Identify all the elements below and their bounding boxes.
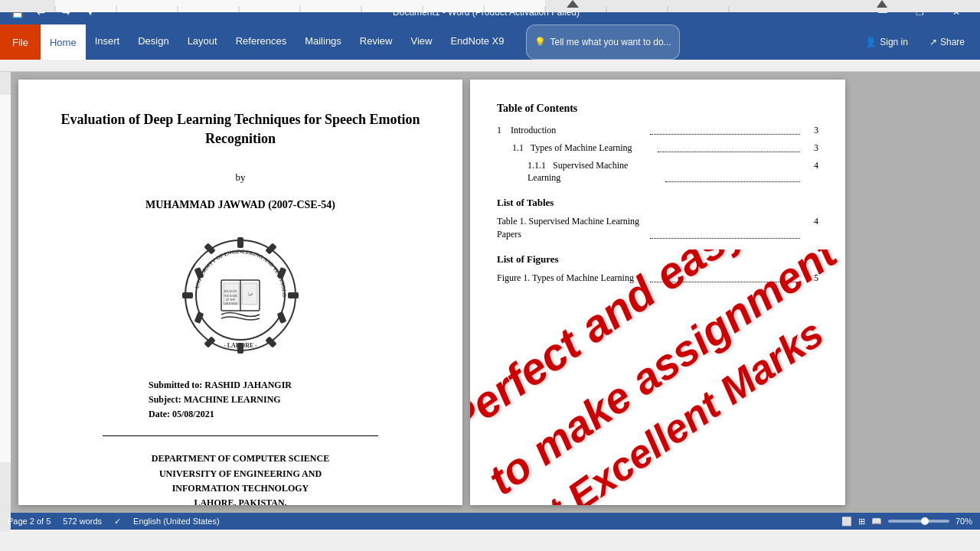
svg-text:OF THY: OF THY: [226, 298, 236, 302]
university-logo: READ IN THE NAME OF THY LORD WHO اقرأ UN…: [179, 234, 302, 357]
list-of-figures-heading: List of Figures: [497, 253, 818, 266]
document-title: Evaluation of Deep Learning Techniques f…: [57, 110, 424, 148]
subject-value: MACHINE LEARNING: [184, 394, 281, 405]
date-value: 05/08/2021: [172, 409, 214, 419]
subject-line: Subject: MACHINE LEARNING: [57, 394, 424, 406]
person-icon: 👤: [865, 37, 877, 47]
svg-text:READ IN: READ IN: [224, 289, 237, 293]
tab-home[interactable]: Home: [41, 24, 86, 60]
language: English (United States): [133, 517, 220, 526]
layout-icon-web[interactable]: ⊞: [858, 517, 865, 527]
word-count: 572 words: [63, 517, 102, 526]
zoom-thumb: [921, 517, 929, 525]
figure-item: Figure 1. Types of Machine Learning 5: [497, 272, 818, 285]
toc-pagenum: 4: [803, 159, 818, 185]
svg-rect-18: [0, 95, 11, 462]
tab-design[interactable]: Design: [129, 24, 178, 60]
subject-label: Subject:: [149, 394, 184, 405]
toc-pagenum: 5: [803, 272, 818, 285]
toc-item: 1.1 Types of Machine Learning 3: [497, 142, 818, 155]
tab-layout[interactable]: Layout: [178, 24, 227, 60]
zoom-level: 70%: [956, 517, 972, 526]
date-label: Date:: [149, 409, 172, 419]
toc-dots: [650, 272, 800, 282]
cover-author: MUHAMMAD JAWWAD (2007-CSE-54): [57, 199, 424, 211]
toc-item-text: Figure 1. Types of Machine Learning: [497, 272, 647, 285]
svg-text:اقرأ: اقرأ: [248, 292, 253, 296]
tell-me-input[interactable]: 💡 Tell me what you want to do...: [526, 24, 680, 60]
toc-pagenum: 4: [803, 215, 818, 241]
toc-item-text: 1 Introduction: [497, 124, 647, 137]
svg-text:· LAHORE ·: · LAHORE ·: [224, 342, 257, 349]
toc-item-text: 1.1.1 Supervised Machine Learning: [528, 159, 662, 185]
status-bar: Page 2 of 5 572 words ✓ English (United …: [0, 513, 980, 530]
horizontal-ruler: [0, 60, 980, 72]
cover-page: Evaluation of Deep Learning Techniques f…: [18, 80, 462, 505]
main-area: Evaluation of Deep Learning Techniques f…: [0, 72, 980, 513]
toc-pagenum: 3: [803, 142, 818, 155]
watermark-line3: Get Excellent Marks: [496, 311, 831, 505]
table-item: Table 1. Supervised Machine Learning Pap…: [497, 215, 818, 241]
toc-num: 1: [497, 125, 508, 135]
cover-divider: [103, 435, 378, 436]
toc-label: Introduction: [511, 125, 556, 135]
toc-label: Types of Machine Learning: [531, 142, 632, 153]
pages-container: Evaluation of Deep Learning Techniques f…: [11, 72, 980, 513]
date-line: Date: 05/08/2021: [57, 409, 424, 420]
toc-item: 1 Introduction 3: [497, 124, 818, 137]
toc-num: 1.1.1: [528, 160, 550, 171]
toc-item-text: Table 1. Supervised Machine Learning Pap…: [497, 215, 647, 241]
tab-endnote[interactable]: EndNote X9: [441, 24, 513, 60]
list-of-tables-heading: List of Tables: [497, 197, 818, 209]
toc-label: Table 1. Supervised Machine Learning Pap…: [497, 216, 639, 240]
spell-check-icon[interactable]: ✓: [114, 517, 121, 527]
toc-dots: [658, 142, 800, 152]
svg-rect-22: [182, 292, 193, 298]
layout-icon-print[interactable]: ⬜: [841, 517, 852, 527]
vertical-ruler: [0, 72, 11, 513]
share-button[interactable]: ↗ Share: [920, 34, 974, 51]
toc-heading: Table of Contents: [497, 103, 818, 115]
layout-icon-read[interactable]: 📖: [871, 517, 882, 527]
share-icon: ↗: [929, 37, 937, 47]
status-right: ⬜ ⊞ 📖 70%: [841, 517, 972, 527]
tab-insert[interactable]: Insert: [86, 24, 129, 60]
submitted-to: Submitted to: RASHID JAHANGIR: [57, 380, 424, 391]
cover-page-content: Evaluation of Deep Learning Techniques f…: [18, 80, 462, 505]
toc-page: Table of Contents 1 Introduction 3 1.1 T…: [470, 80, 845, 505]
sign-in-button[interactable]: 👤 Sign in: [856, 34, 917, 51]
tell-me-text: Tell me what you want to do...: [550, 37, 671, 47]
svg-rect-23: [288, 292, 299, 298]
submitted-label: Submitted to:: [149, 380, 204, 390]
page-info: Page 2 of 5: [8, 517, 51, 526]
toc-dots: [650, 124, 800, 135]
lightbulb-icon: 💡: [534, 37, 546, 47]
tab-mailings[interactable]: Mailings: [296, 24, 351, 60]
submitted-value: RASHID JAHANGIR: [204, 380, 292, 390]
toc-label: Figure 1. Types of Machine Learning: [497, 272, 634, 283]
tab-review[interactable]: Review: [351, 24, 402, 60]
tab-references[interactable]: References: [227, 24, 296, 60]
toc-dots: [665, 159, 800, 183]
toc-content: Table of Contents 1 Introduction 3 1.1 T…: [470, 80, 845, 312]
tab-file[interactable]: File: [0, 24, 41, 60]
zoom-slider[interactable]: [888, 520, 949, 523]
ribbon-right: 👤 Sign in ↗ Share: [856, 24, 980, 60]
department-info: DEPARTMENT OF COMPUTER SCIENCE UNIVERSIT…: [57, 452, 424, 505]
vertical-ruler-svg: [0, 72, 11, 531]
cover-by: by: [57, 171, 424, 184]
ribbon: File Home Insert Design Layout Reference…: [0, 24, 980, 60]
toc-num: 1.1: [512, 142, 528, 153]
tab-view[interactable]: View: [401, 24, 441, 60]
toc-pagenum: 3: [803, 124, 818, 137]
svg-rect-20: [237, 237, 243, 248]
svg-text:LORD WHO: LORD WHO: [224, 302, 238, 305]
toc-item: 1.1.1 Supervised Machine Learning 4: [497, 159, 818, 185]
toc-dots: [650, 215, 800, 239]
toc-item-text: 1.1 Types of Machine Learning: [512, 142, 655, 155]
svg-text:THE NAME: THE NAME: [224, 295, 237, 298]
